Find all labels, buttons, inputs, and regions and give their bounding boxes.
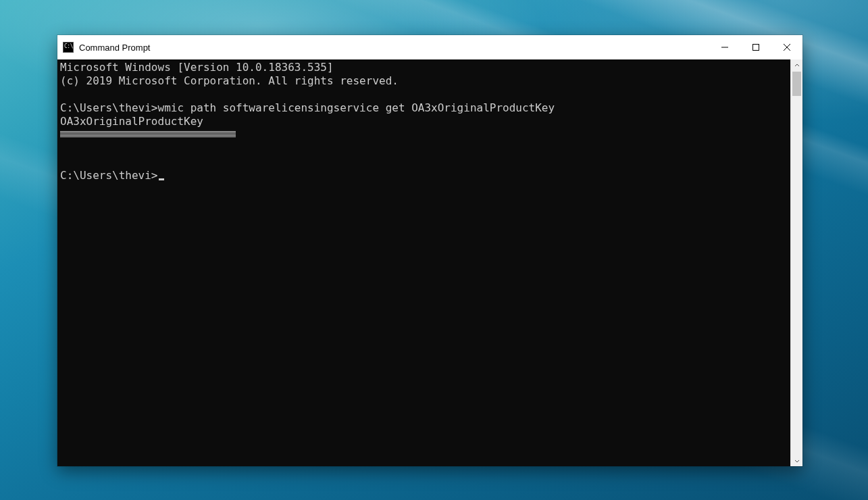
cmd-icon (63, 42, 74, 53)
product-key-redacted (60, 130, 236, 137)
maximize-icon (752, 44, 759, 51)
svg-rect-0 (721, 47, 728, 48)
titlebar[interactable]: Command Prompt (57, 35, 802, 59)
client-area: Microsoft Windows [Version 10.0.18363.53… (57, 59, 802, 466)
chevron-up-icon (794, 63, 800, 68)
terminal-output[interactable]: Microsoft Windows [Version 10.0.18363.53… (57, 59, 790, 466)
banner-line-2: (c) 2019 Microsoft Corporation. All righ… (60, 74, 399, 87)
desktop-background: Command Prompt (0, 0, 868, 500)
vertical-scrollbar[interactable] (790, 59, 802, 466)
text-cursor (159, 178, 164, 180)
chevron-down-icon (794, 458, 800, 464)
prompt-2: C:\Users\thevi> (60, 169, 158, 182)
scroll-down-button[interactable] (791, 455, 802, 466)
window-controls (709, 35, 802, 59)
command-1: wmic path softwarelicensingservice get O… (158, 101, 555, 114)
prompt-1: C:\Users\thevi> (60, 101, 158, 114)
close-button[interactable] (771, 35, 802, 59)
maximize-button[interactable] (740, 35, 771, 59)
minimize-button[interactable] (709, 35, 740, 59)
window-title: Command Prompt (79, 43, 150, 53)
scrollbar-thumb[interactable] (792, 72, 801, 96)
output-header: OA3xOriginalProductKey (60, 115, 203, 128)
svg-rect-1 (753, 45, 759, 51)
banner-line-1: Microsoft Windows [Version 10.0.18363.53… (60, 61, 334, 74)
close-icon (784, 44, 790, 51)
scroll-up-button[interactable] (791, 59, 802, 71)
minimize-icon (721, 44, 728, 51)
command-prompt-window: Command Prompt (57, 35, 802, 466)
